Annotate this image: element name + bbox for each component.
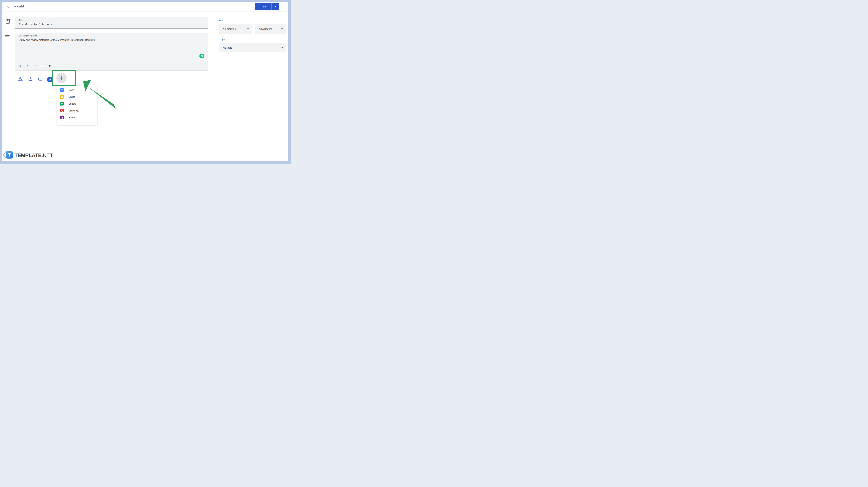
youtube-icon — [47, 78, 53, 82]
add-drive-button[interactable] — [17, 76, 23, 82]
audience-students-select[interactable]: All students — [255, 24, 286, 34]
material-dialog: Material Post Title Th — [2, 2, 288, 161]
drawings-icon — [60, 109, 64, 112]
grammarly-badge[interactable]: G — [199, 54, 204, 58]
description-field-label: Description (optional) — [19, 35, 38, 37]
docs-icon — [60, 88, 64, 92]
add-attachment-button[interactable] — [56, 73, 67, 83]
sheets-icon — [60, 102, 64, 106]
audience-class-value: 4-Emerald 3 — [223, 28, 237, 30]
insert-link-button[interactable] — [38, 76, 44, 82]
description-lines-icon — [5, 35, 10, 38]
material-book-icon — [6, 19, 10, 24]
link-icon — [38, 78, 43, 81]
wordmark-light: NET — [43, 152, 53, 158]
chevron-down-icon — [275, 6, 277, 7]
menu-item-forms[interactable]: Forms — [57, 114, 97, 121]
google-drive-icon — [18, 77, 23, 81]
dropdown-caret-icon — [281, 47, 283, 48]
close-icon — [6, 5, 9, 8]
wordmark-bold: TEMPLATE. — [14, 152, 43, 158]
post-button[interactable]: Post — [255, 3, 272, 10]
panel-divider — [214, 12, 214, 161]
add-youtube-button[interactable] — [47, 77, 53, 82]
screenshot-frame: Material Post Title Th — [0, 0, 291, 164]
create-menu: Docs Slides Sheets Drawings Forms — [57, 85, 97, 125]
dropdown-caret-icon — [281, 28, 283, 30]
menu-item-sheets[interactable]: Sheets — [57, 100, 97, 107]
dialog-header: Material Post — [2, 2, 288, 12]
title-field[interactable]: Title The Mercantile Entrepreneur — [15, 17, 208, 29]
forms-icon — [60, 116, 64, 119]
description-field[interactable]: Description (optional) Study and review … — [15, 33, 208, 70]
post-split-button: Post — [255, 3, 279, 10]
menu-item-label: Forms — [68, 116, 75, 119]
menu-item-label: Sheets — [68, 102, 76, 105]
description-field-value: Study and review materials for the Merca… — [19, 38, 95, 41]
bold-icon[interactable]: B — [18, 64, 21, 68]
close-button[interactable] — [5, 4, 10, 9]
audience-class-select[interactable]: 4-Emerald 3 — [219, 24, 252, 34]
slides-icon — [60, 95, 64, 98]
menu-item-label: Docs — [68, 89, 74, 91]
template-net-wordmark: TEMPLATE.NET — [14, 152, 53, 159]
bulleted-list-icon[interactable] — [40, 64, 44, 68]
menu-item-slides[interactable]: Slides — [57, 93, 97, 100]
menu-item-docs[interactable]: Docs — [57, 87, 97, 93]
menu-item-label: Drawings — [68, 109, 79, 112]
for-label: For — [219, 19, 223, 22]
format-toolbar: B I U — [18, 64, 51, 68]
template-net-logo-icon: T — [6, 151, 13, 159]
page-title: Material — [14, 2, 24, 10]
dropdown-caret-icon — [247, 28, 249, 30]
underline-icon[interactable]: U — [33, 64, 36, 68]
audience-students-value: All students — [259, 28, 272, 30]
menu-item-drawings[interactable]: Drawings — [57, 107, 97, 114]
topic-select[interactable]: No topic — [219, 43, 286, 52]
title-field-label: Title — [19, 19, 23, 21]
title-field-value: The Mercantile Entrepreneur — [19, 23, 55, 26]
upload-icon — [28, 77, 33, 81]
topic-value: No topic — [223, 46, 232, 49]
plus-icon — [59, 76, 64, 80]
post-options-button[interactable] — [272, 3, 279, 10]
menu-item-label: Slides — [68, 95, 75, 98]
topic-label: Topic — [219, 38, 225, 41]
clear-formatting-icon[interactable] — [48, 64, 51, 68]
upload-file-button[interactable] — [27, 76, 33, 82]
italic-icon[interactable]: I — [26, 64, 29, 68]
